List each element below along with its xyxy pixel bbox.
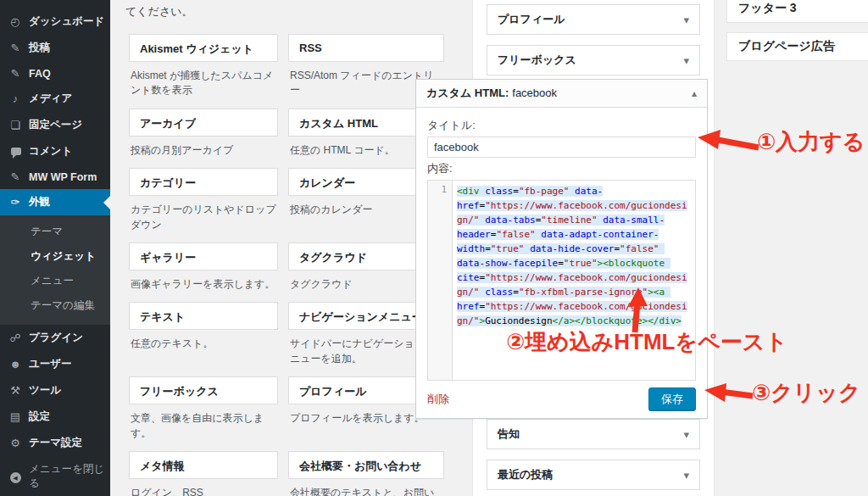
sidebar-item-label: プラグイン <box>29 331 83 345</box>
pin-icon: ✎ <box>8 170 22 183</box>
sidebar-item-faq[interactable]: ✎ FAQ <box>0 61 110 86</box>
sidebar-item-label: MW WP Form <box>29 171 97 183</box>
widget-row[interactable]: フリーボックス ▾ <box>487 45 700 75</box>
dashboard-icon: ◴ <box>8 15 22 28</box>
media-icon: ♪ <box>8 92 22 105</box>
widget-row[interactable]: 告知 ▾ <box>487 419 700 449</box>
available-widget-cell: アーカイブ 投稿の月別アーカイブ <box>129 109 278 168</box>
sidebar-item-mw-wp-form[interactable]: ✎ MW WP Form <box>0 164 110 189</box>
sidebar-item-label: 外観 <box>29 195 50 209</box>
sidebar-item-pages[interactable]: ❏ 固定ページ <box>0 112 110 138</box>
widget-row-label: 告知 <box>498 426 520 442</box>
sidebar-item-label: FAQ <box>29 68 51 80</box>
widget-card[interactable]: RSS <box>288 34 444 62</box>
widget-card[interactable]: フリーボックス <box>129 376 278 404</box>
sidebar-item-posts[interactable]: ✎ 投稿 <box>0 35 110 61</box>
chevron-down-icon[interactable]: ▾ <box>683 54 689 67</box>
widget-area-footer3[interactable]: フッター 3 <box>726 0 868 23</box>
appearance-submenu: テーマ ウィジェット メニュー テーマの編集 <box>0 215 110 325</box>
selected-code-text: <div class="fb-page" data-href="https://… <box>457 186 687 326</box>
chevron-down-icon[interactable]: ▾ <box>683 14 689 26</box>
submenu-item-editor[interactable]: テーマの編集 <box>0 293 110 318</box>
delete-link[interactable]: 削除 <box>427 392 449 407</box>
instructions-text: てください。 <box>119 0 451 20</box>
widget-description: 会社概要のテキストと、お問い合わせボタンを表示します。 <box>288 479 444 496</box>
widget-rows-bottom: 告知 ▾ 最近の投稿 ▾ <box>487 419 700 490</box>
widget-panel-title: カスタム HTML:facebook <box>426 86 557 101</box>
available-widget-cell: カテゴリー カテゴリーのリストやドロップダウン <box>129 168 278 242</box>
plugin-icon: ☍ <box>8 332 22 344</box>
sidebar-item-plugins[interactable]: ☍ プラグイン <box>0 325 110 351</box>
widget-row[interactable]: 最近の投稿 ▾ <box>487 460 700 490</box>
submenu-item-menus[interactable]: メニュー <box>0 269 110 293</box>
widget-description: 画像ギャラリーを表示します。 <box>129 270 278 302</box>
widget-card[interactable]: 会社概要・お問い合わせ <box>288 451 444 479</box>
sidebar-item-theme-settings[interactable]: ⚙ テーマ設定 <box>0 430 110 456</box>
sidebar-item-label: 投稿 <box>29 41 50 55</box>
sidebar-item-label: テーマ設定 <box>29 436 82 450</box>
widget-area-title: ブログページ広告 <box>738 39 835 54</box>
sidebar-item-label: ツール <box>29 383 61 398</box>
comments-icon <box>8 145 22 158</box>
settings-icon: ▤ <box>8 410 22 423</box>
widget-row-label: フリーボックス <box>498 53 576 68</box>
sidebar-item-collapse-menu[interactable]: ◀ メニューを閉じる <box>0 456 110 496</box>
widget-type-label: カスタム HTML: <box>426 86 509 99</box>
available-widget-cell: メタ情報 ログイン、RSS、WordPress.org へのリンク <box>129 451 278 496</box>
available-widget-cell: Akismet ウィジェット Akismet が捕獲したスパムコメント数を表示 <box>129 34 278 109</box>
save-button[interactable]: 保存 <box>648 387 696 411</box>
title-field-label: タイトル: <box>427 118 696 133</box>
widget-panel-footer: 削除 保存 <box>416 381 707 418</box>
available-widget-cell: フリーボックス 文章、画像を自由に表示します。 <box>129 376 278 451</box>
widget-card[interactable]: ギャラリー <box>129 242 278 270</box>
annotation-step3: ③クリック <box>752 378 860 408</box>
widget-card[interactable]: テキスト <box>129 302 278 330</box>
widget-card[interactable]: カテゴリー <box>129 168 278 196</box>
widget-card[interactable]: アーカイブ <box>129 109 278 137</box>
chevron-up-icon[interactable]: ▴ <box>692 87 697 99</box>
widget-panel-header[interactable]: カスタム HTML:facebook ▴ <box>416 80 707 108</box>
widget-description: Akismet が捕獲したスパムコメント数を表示 <box>129 62 278 109</box>
user-icon: ☻ <box>8 358 22 371</box>
sidebar-item-media[interactable]: ♪ メディア <box>0 86 110 112</box>
submenu-item-widgets[interactable]: ウィジェット <box>0 244 110 269</box>
submenu-item-themes[interactable]: テーマ <box>0 220 110 244</box>
wordpress-widgets-screen: ◴ ダッシュボード ✎ 投稿 ✎ FAQ ♪ メディア ❏ 固定ページ コメント… <box>0 0 868 496</box>
widget-area-title: フッター 3 <box>738 1 797 16</box>
admin-sidebar: ◴ ダッシュボード ✎ 投稿 ✎ FAQ ♪ メディア ❏ 固定ページ コメント… <box>0 0 110 496</box>
chevron-down-icon[interactable]: ▾ <box>683 469 689 482</box>
widget-card[interactable]: Akismet ウィジェット <box>129 34 278 62</box>
appearance-brush-icon: ✑ <box>8 196 22 209</box>
collapse-arrow-icon: ◀ <box>8 470 22 484</box>
available-widgets-area: てください。 Akismet ウィジェット Akismet が捕獲したスパムコメ… <box>119 0 451 496</box>
sidebar-item-tools[interactable]: ⚒ ツール <box>0 377 110 404</box>
sidebar-item-label: 固定ページ <box>29 118 82 132</box>
available-widget-cell: テキスト 任意のテキスト。 <box>129 302 278 376</box>
sidebar-item-appearance[interactable]: ✑ 外観 <box>0 189 110 215</box>
widget-rows-top: プロフィール ▾ フリーボックス ▾ <box>487 4 700 75</box>
arrow-1-shaft <box>718 140 759 148</box>
sidebar-item-label: メニューを閉じる <box>29 462 105 491</box>
custom-html-widget-panel: カスタム HTML:facebook ▴ タイトル: 内容: 1 <div cl… <box>415 79 708 419</box>
current-menu-arrow <box>103 196 110 209</box>
available-widgets-grid: Akismet ウィジェット Akismet が捕獲したスパムコメント数を表示 … <box>129 34 451 496</box>
pin-icon: ✎ <box>8 42 22 54</box>
sidebar-item-label: 設定 <box>29 410 50 424</box>
sidebar-item-label: メディア <box>29 92 72 106</box>
widget-card[interactable]: メタ情報 <box>129 451 278 479</box>
annotation-step2: ②埋め込みHTMLをペースト <box>506 327 787 357</box>
widget-title-input[interactable] <box>427 137 696 158</box>
sidebar-item-settings[interactable]: ▤ 設定 <box>0 404 110 430</box>
sidebar-item-label: ユーザー <box>29 357 72 371</box>
code-editor-gutter: 1 <box>428 181 453 380</box>
line-number: 1 <box>441 184 447 195</box>
chevron-down-icon[interactable]: ▾ <box>683 428 689 441</box>
widget-row[interactable]: プロフィール ▾ <box>487 4 700 35</box>
widget-instance-name: facebook <box>512 86 557 99</box>
sidebar-item-users[interactable]: ☻ ユーザー <box>0 351 110 377</box>
sidebar-item-comments[interactable]: コメント <box>0 138 110 164</box>
arrow-3-shaft <box>721 392 753 396</box>
sidebar-item-dashboard[interactable]: ◴ ダッシュボード <box>0 8 110 35</box>
widget-area-blog-ad[interactable]: ブログページ広告 <box>726 32 868 61</box>
widget-description: 任意のテキスト。 <box>129 330 278 361</box>
